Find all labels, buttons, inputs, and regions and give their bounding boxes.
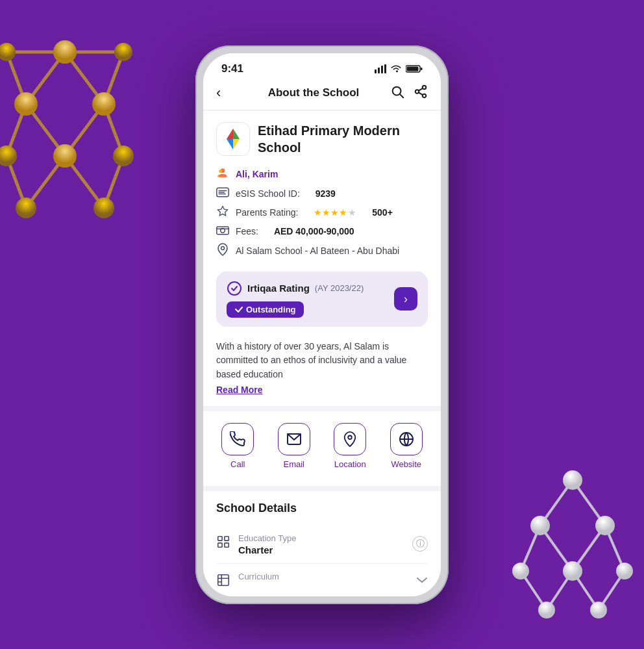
back-button[interactable]: ‹ [216,84,237,101]
svg-line-50 [400,94,403,97]
nav-actions [390,84,428,102]
phone-screen: 9:41 [203,53,441,596]
email-icon [286,431,302,447]
website-icon-wrap [390,423,423,455]
svg-line-54 [419,92,423,95]
svg-point-14 [53,40,77,64]
divider-1 [203,406,441,411]
svg-rect-45 [384,64,386,73]
wifi-icon [390,64,402,73]
share-icon[interactable] [414,84,428,102]
location-icon-wrap [334,423,366,455]
svg-point-16 [92,92,116,116]
check-icon [234,305,243,314]
email-button[interactable]: Email [271,423,317,469]
svg-point-23 [114,43,132,61]
svg-point-36 [595,516,615,535]
svg-line-33 [599,571,625,610]
call-button[interactable]: Call [215,423,260,469]
school-details-section: School Details Educ [203,491,441,596]
location-icon [343,431,357,447]
svg-rect-79 [225,542,229,546]
svg-line-3 [65,104,104,156]
svg-line-2 [26,104,65,156]
svg-point-20 [16,197,36,218]
curriculum-content: Curriculum [238,572,279,581]
battery-icon [406,64,423,73]
fees-icon [216,225,229,238]
status-time: 9:41 [221,62,243,75]
svg-point-19 [113,146,134,166]
svg-rect-42 [375,70,377,73]
education-type-item: Education Type Charter ⓘ [216,526,428,564]
screen-content[interactable]: Etihad Primary Modern School Ali, [203,110,441,596]
irtiqaa-title: Irtiqaa Rating [247,283,310,294]
svg-point-71 [221,246,225,249]
divider-2 [203,486,441,491]
irtiqaa-arrow-button[interactable]: › [394,287,417,311]
svg-rect-47 [407,66,419,71]
person-name: Ali, Karim [236,169,278,179]
education-type-label: Education Type [238,533,296,543]
svg-point-18 [0,146,17,166]
school-name-container: Etihad Primary Modern School [258,122,428,156]
star-icon [216,205,229,220]
education-type-content: Education Type Charter [238,533,296,555]
svg-point-15 [14,92,38,116]
curriculum-label: Curriculum [238,572,279,581]
website-button[interactable]: Website [384,423,429,469]
svg-line-29 [605,526,625,571]
svg-line-55 [419,88,423,90]
svg-point-38 [512,563,529,579]
fees-label: Fees: [236,226,258,236]
svg-point-72 [228,282,241,295]
location-button[interactable]: Location [327,423,373,469]
irtiqaa-year: (AY 2023/22) [315,283,364,293]
svg-line-0 [26,52,65,104]
status-icons [375,64,423,73]
search-icon[interactable] [390,84,404,102]
call-icon [230,431,245,447]
school-logo [216,122,250,156]
svg-point-40 [538,602,555,618]
irtiqaa-icon [227,281,242,296]
svg-line-26 [540,526,573,571]
esis-label: eSIS School ID: [236,188,300,199]
curriculum-item: Curriculum [216,564,428,596]
svg-line-25 [573,480,605,526]
description-section: With a history of over 30 years, Al Sala… [203,335,441,398]
education-type-icon [216,535,230,552]
irtiqaa-card: Irtiqaa Rating (AY 2023/22) Outstanding … [216,272,428,327]
irtiqaa-title-row: Irtiqaa Rating (AY 2023/22) [227,281,364,296]
education-type-info-button[interactable]: ⓘ [412,536,428,552]
website-icon [399,431,414,447]
svg-line-10 [6,52,26,104]
svg-line-28 [521,526,540,571]
svg-point-21 [93,197,114,218]
school-details-title: School Details [216,502,428,515]
svg-point-34 [563,470,582,490]
svg-line-6 [26,156,65,208]
education-type-left: Education Type Charter [216,533,296,555]
svg-point-74 [348,435,352,439]
website-label: Website [391,459,421,469]
rating-label: Parents Rating: [236,207,299,218]
irtiqaa-badge-label: Outstanding [246,305,296,314]
read-more-button[interactable]: Read More [216,385,263,395]
svg-line-11 [104,52,123,104]
svg-line-7 [65,156,104,208]
info-list: Ali, Karim eSIS School ID: 9239 [203,164,441,266]
svg-line-24 [540,480,573,526]
svg-rect-48 [421,68,423,70]
irtiqaa-left: Irtiqaa Rating (AY 2023/22) Outstanding [227,281,364,318]
svg-line-1 [65,52,104,104]
svg-point-17 [53,144,77,168]
svg-rect-78 [218,542,222,546]
svg-point-39 [616,563,633,579]
email-icon-wrap [278,423,310,455]
curriculum-expand-icon[interactable] [416,574,428,586]
esis-row: eSIS School ID: 9239 [216,187,428,200]
person-icon [216,166,229,182]
svg-point-62 [219,170,222,173]
svg-rect-80 [218,574,229,585]
